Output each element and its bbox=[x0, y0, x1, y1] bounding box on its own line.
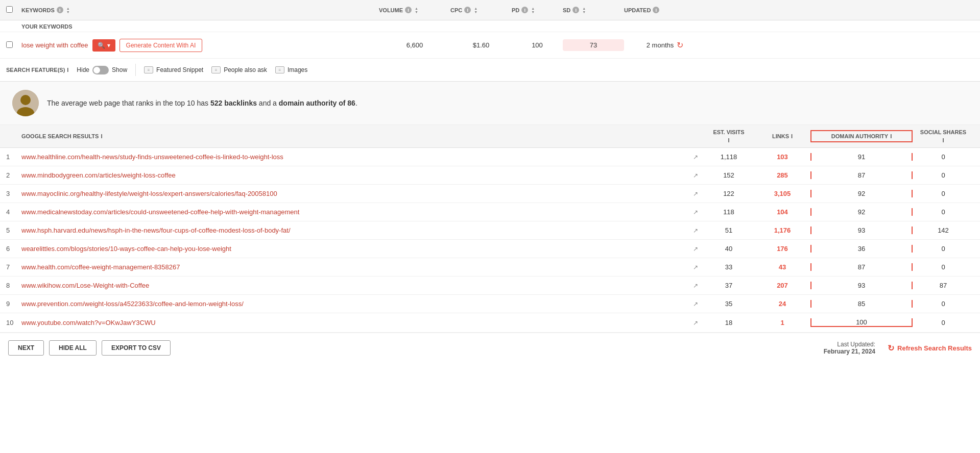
external-link-icon[interactable]: ↗ bbox=[693, 227, 698, 234]
result-link[interactable]: www.hsph.harvard.edu/news/hsph-in-the-ne… bbox=[21, 226, 291, 234]
table-row: 7 www.health.com/coffee-weight-managemen… bbox=[0, 258, 980, 276]
keywords-header[interactable]: KEYWORDS i ▲▼ bbox=[21, 7, 379, 14]
pd-value: 100 bbox=[512, 41, 563, 49]
svg-point-1 bbox=[20, 95, 31, 105]
result-link[interactable]: www.medicalnewstoday.com/articles/could-… bbox=[21, 208, 299, 216]
hide-toggle[interactable]: Hide Show bbox=[77, 66, 127, 74]
result-link[interactable]: www.health.com/coffee-weight-management-… bbox=[21, 263, 180, 271]
refresh-search-results-button[interactable]: ↻ Refresh Search Results bbox=[888, 343, 972, 353]
external-link-icon[interactable]: ↗ bbox=[693, 154, 698, 161]
result-link[interactable]: www.youtube.com/watch?v=OKwJawY3CWU bbox=[21, 319, 156, 326]
pd-header[interactable]: PD i ▲▼ bbox=[512, 7, 563, 14]
refresh-icon[interactable]: ↻ bbox=[677, 40, 683, 50]
links-info-icon[interactable]: i bbox=[791, 133, 793, 139]
links-header[interactable]: LINKS i bbox=[754, 133, 810, 139]
result-url: www.mindbodygreen.com/articles/weight-lo… bbox=[21, 171, 688, 179]
search-features-info-icon[interactable]: i bbox=[67, 67, 68, 73]
search-features-label: SEARCH FEATURE(S) i bbox=[6, 67, 68, 73]
result-url: www.health.com/coffee-weight-management-… bbox=[21, 263, 688, 271]
external-link-icon[interactable]: ↗ bbox=[693, 190, 698, 197]
footer-left: NEXT HIDE ALL EXPORT TO CSV bbox=[8, 340, 171, 356]
export-csv-button[interactable]: EXPORT TO CSV bbox=[102, 340, 171, 356]
result-links: 176 bbox=[754, 245, 810, 253]
visits-info-icon[interactable]: i bbox=[728, 137, 729, 143]
result-rank: 4 bbox=[6, 208, 21, 216]
external-link-icon[interactable]: ↗ bbox=[693, 245, 698, 253]
result-links: 3,105 bbox=[754, 190, 810, 197]
volume-sort[interactable]: ▲▼ bbox=[415, 7, 418, 14]
result-social: 0 bbox=[913, 263, 974, 271]
da-info-icon[interactable]: i bbox=[890, 133, 892, 139]
result-social: 0 bbox=[913, 190, 974, 197]
da-header[interactable]: DOMAIN AUTHORITY i bbox=[810, 130, 913, 142]
result-rank: 3 bbox=[6, 190, 21, 197]
result-da: 93 bbox=[810, 282, 913, 289]
pd-info-icon[interactable]: i bbox=[521, 7, 528, 13]
result-rank: 10 bbox=[6, 319, 21, 326]
toggle-switch[interactable] bbox=[92, 66, 109, 74]
result-link[interactable]: wearelittles.com/blogs/stories/10-ways-c… bbox=[21, 245, 231, 253]
external-link-icon[interactable]: ↗ bbox=[693, 209, 698, 216]
featured-snippet-feature[interactable]: ≡ Featured Snippet bbox=[144, 66, 203, 73]
result-links: 43 bbox=[754, 263, 810, 271]
volume-info-icon[interactable]: i bbox=[405, 7, 412, 13]
keywords-info-icon[interactable]: i bbox=[57, 7, 63, 13]
search-icon: 🔍 bbox=[98, 42, 105, 49]
images-feature[interactable]: ≡ Images bbox=[275, 66, 307, 73]
result-url: www.healthline.com/health-news/study-fin… bbox=[21, 153, 688, 161]
result-ext-cell: ↗ bbox=[688, 209, 703, 216]
visits-header[interactable]: EST. VISITS i bbox=[703, 129, 754, 143]
result-rank: 6 bbox=[6, 245, 21, 253]
next-button[interactable]: NEXT bbox=[8, 340, 44, 356]
social-header[interactable]: SOCIAL SHARES i bbox=[913, 129, 974, 143]
result-url: www.youtube.com/watch?v=OKwJawY3CWU bbox=[21, 319, 688, 326]
updated-header[interactable]: UPDATED i bbox=[624, 7, 706, 13]
google-results-header[interactable]: GOOGLE SEARCH RESULTS i bbox=[21, 133, 688, 139]
result-social: 0 bbox=[913, 171, 974, 179]
select-all-checkbox[interactable] bbox=[6, 6, 21, 14]
cpc-header[interactable]: CPC i ▲▼ bbox=[450, 7, 512, 14]
sd-info-icon[interactable]: i bbox=[572, 7, 579, 13]
keyword-row: lose weight with coffee 🔍 ▾ Generate Con… bbox=[0, 32, 980, 59]
result-rank: 1 bbox=[6, 153, 21, 161]
result-social: 0 bbox=[913, 245, 974, 253]
external-link-icon[interactable]: ↗ bbox=[693, 264, 698, 271]
result-link[interactable]: www.wikihow.com/Lose-Weight-with-Coffee bbox=[21, 282, 149, 289]
result-social: 0 bbox=[913, 300, 974, 308]
updated-info-icon[interactable]: i bbox=[653, 7, 659, 13]
keyword-checkbox[interactable] bbox=[6, 41, 21, 49]
external-link-icon[interactable]: ↗ bbox=[693, 319, 698, 326]
result-link[interactable]: www.mindbodygreen.com/articles/weight-lo… bbox=[21, 171, 176, 179]
external-link-icon[interactable]: ↗ bbox=[693, 282, 698, 289]
google-results-info-icon[interactable]: i bbox=[101, 133, 102, 139]
external-link-icon[interactable]: ↗ bbox=[693, 300, 698, 308]
result-da: 92 bbox=[810, 190, 913, 197]
sd-header[interactable]: SD i ▲▼ bbox=[563, 7, 624, 14]
search-button[interactable]: 🔍 ▾ bbox=[92, 39, 115, 52]
sd-sort[interactable]: ▲▼ bbox=[582, 7, 586, 14]
result-rank: 7 bbox=[6, 263, 21, 271]
result-link[interactable]: www.mayoclinic.org/healthy-lifestyle/wei… bbox=[21, 190, 277, 197]
result-link[interactable]: www.healthline.com/health-news/study-fin… bbox=[21, 153, 283, 161]
cpc-sort[interactable]: ▲▼ bbox=[474, 7, 477, 14]
external-link-icon[interactable]: ↗ bbox=[693, 172, 698, 179]
volume-header[interactable]: VOLUME i ▲▼ bbox=[379, 7, 450, 14]
result-ext-cell: ↗ bbox=[688, 264, 703, 271]
divider bbox=[135, 64, 136, 76]
result-social: 0 bbox=[913, 319, 974, 326]
results-body: 1 www.healthline.com/health-news/study-f… bbox=[0, 148, 980, 333]
generate-content-button[interactable]: Generate Content With AI bbox=[119, 39, 203, 52]
people-also-ask-feature[interactable]: ≡ People also ask bbox=[211, 66, 267, 73]
result-visits: 18 bbox=[703, 319, 754, 326]
keyword-link[interactable]: lose weight with coffee bbox=[21, 41, 88, 49]
social-info-icon[interactable]: i bbox=[942, 137, 944, 143]
cpc-info-icon[interactable]: i bbox=[464, 7, 471, 13]
result-da: 91 bbox=[810, 153, 913, 161]
hide-all-button[interactable]: HIDE ALL bbox=[49, 340, 97, 356]
result-rank: 9 bbox=[6, 300, 21, 308]
keywords-sort[interactable]: ▲▼ bbox=[66, 7, 70, 14]
pd-sort[interactable]: ▲▼ bbox=[531, 7, 535, 14]
result-url: wearelittles.com/blogs/stories/10-ways-c… bbox=[21, 245, 688, 253]
result-visits: 118 bbox=[703, 208, 754, 216]
result-link[interactable]: www.prevention.com/weight-loss/a45223633… bbox=[21, 300, 244, 308]
